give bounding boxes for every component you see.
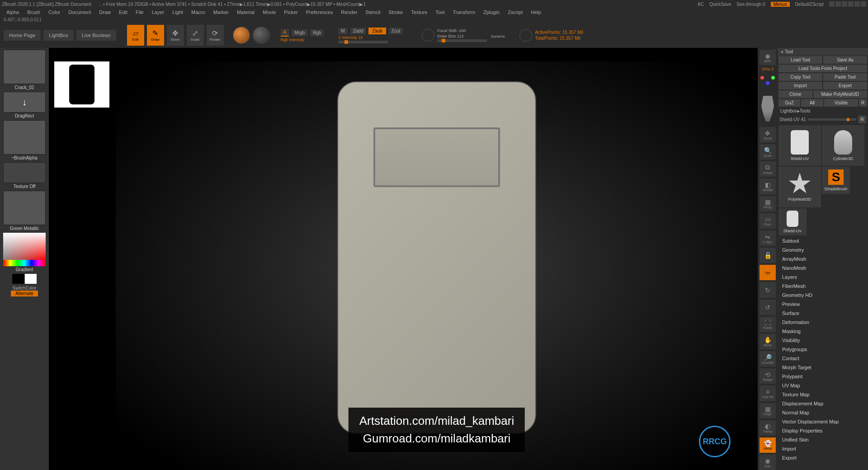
goz-all-button[interactable]: All xyxy=(801,99,823,107)
home-page-button[interactable]: Home Page xyxy=(4,30,41,41)
mrgb-toggle[interactable]: Mrgb xyxy=(292,29,307,36)
sec-vectordisp[interactable]: Vector Displacement Map xyxy=(778,417,868,426)
material-thumb[interactable]: Green Metallic xyxy=(3,191,46,231)
ghost-button[interactable]: 👻Ghost xyxy=(760,437,776,453)
menu-zscript[interactable]: Zscript xyxy=(508,9,523,15)
rgb-toggle[interactable]: Rgb xyxy=(310,29,324,36)
copy-tool-button[interactable]: Copy Tool xyxy=(778,73,822,81)
live-boolean-button[interactable]: Live Boolean xyxy=(76,30,116,41)
frame-button[interactable]: ⛶Frame xyxy=(760,317,776,332)
tool-cell-polymesh[interactable]: PolyMesh3D xyxy=(778,167,821,207)
defaultzscript-button[interactable]: DefaultZScript xyxy=(795,2,824,7)
secondary-color-swatch[interactable] xyxy=(25,274,37,284)
scroll-button[interactable]: ✥Scroll xyxy=(760,127,776,142)
sec-unifiedskin[interactable]: Unified Skin xyxy=(778,435,868,444)
sec-fibermesh[interactable]: FiberMesh xyxy=(778,282,868,291)
sec-import[interactable]: Import xyxy=(778,444,868,453)
sec-surface[interactable]: Surface xyxy=(778,309,868,318)
close-icon[interactable] xyxy=(861,1,866,7)
menu-color[interactable]: Color xyxy=(48,9,60,15)
sec-displacementmap[interactable]: Displacement Map xyxy=(778,399,868,408)
menu-movie[interactable]: Movie xyxy=(263,9,276,15)
tool-slider[interactable] xyxy=(808,118,856,121)
rotate-mode-button[interactable]: ⟳Rotate xyxy=(207,25,224,46)
menu-render[interactable]: Render xyxy=(341,9,357,15)
z-axis-button[interactable]: ↺ xyxy=(760,300,776,315)
export-button[interactable]: Export xyxy=(823,82,867,89)
lock-button[interactable]: 🔒 xyxy=(760,248,776,263)
canvas-alpha-preview[interactable] xyxy=(54,61,109,108)
paste-tool-button[interactable]: Paste Tool xyxy=(823,73,867,81)
edit-mode-button[interactable]: ▱Edit xyxy=(127,25,144,46)
menu-marker[interactable]: Marker xyxy=(213,9,229,15)
tool-cell-shield[interactable]: Shield-UV xyxy=(778,125,821,166)
menu-draw[interactable]: Draw xyxy=(99,9,111,15)
xyz-button[interactable]: Xyz xyxy=(760,265,776,280)
hue-bar[interactable] xyxy=(3,260,46,266)
sec-polygroups[interactable]: Polygroups xyxy=(778,345,868,354)
spix-label[interactable]: SPix 3 xyxy=(762,67,774,71)
menu-layer[interactable]: Layer xyxy=(152,9,165,15)
sec-nanomesh[interactable]: NanoMesh xyxy=(778,263,868,273)
aahalf-button[interactable]: ◧AAHalf xyxy=(760,179,776,194)
menu-document[interactable]: Document xyxy=(68,9,91,15)
menu-brush[interactable]: Brush xyxy=(27,9,40,15)
y-axis-button[interactable]: ↻ xyxy=(760,282,776,297)
maximize-icon[interactable] xyxy=(854,1,860,7)
main-color-swatch[interactable] xyxy=(12,274,24,284)
menus-button[interactable]: Menus xyxy=(771,2,790,7)
sec-uvmap[interactable]: UV Map xyxy=(778,381,868,390)
menu-edit[interactable]: Edit xyxy=(119,9,127,15)
sec-morphtarget[interactable]: Morph Target xyxy=(778,363,868,372)
sec-polypaint[interactable]: Polypaint xyxy=(778,372,868,381)
texture-thumb[interactable]: Texture Off xyxy=(3,162,46,189)
move3d-button[interactable]: ✋Move xyxy=(760,334,776,349)
menu-help[interactable]: Help xyxy=(531,9,541,15)
minimize-icon[interactable] xyxy=(848,1,854,7)
sec-normalmap[interactable]: Normal Map xyxy=(778,408,868,417)
move-mode-button[interactable]: ✥Move xyxy=(167,25,184,46)
z-intensity-slider[interactable] xyxy=(338,41,388,43)
layout2-icon[interactable] xyxy=(835,1,841,7)
sec-contact[interactable]: Contact xyxy=(778,354,868,363)
stroke-thumb[interactable]: DragRect xyxy=(3,92,46,118)
seethrough-slider[interactable]: See-through 0 xyxy=(736,2,765,7)
menu-tool[interactable]: Tool xyxy=(435,9,444,15)
sculptris-button[interactable] xyxy=(233,27,250,44)
switchcolor-label[interactable]: SwitchColor xyxy=(12,286,36,291)
sec-export[interactable]: Export xyxy=(778,453,868,462)
camera-head-icon[interactable] xyxy=(759,96,777,122)
alternate-button[interactable]: Alternate xyxy=(11,291,38,296)
lightbox-tools-label[interactable]: Lightbox▸Tools xyxy=(778,107,868,115)
sec-masking[interactable]: Masking xyxy=(778,327,868,336)
tool-cell-simplebrush[interactable]: SSimpleBrush xyxy=(822,167,850,194)
dynamesh-button[interactable] xyxy=(253,27,270,44)
focal-shift-icon[interactable] xyxy=(422,29,434,42)
draw-mode-button[interactable]: ✎Draw xyxy=(147,25,164,46)
persp-button[interactable]: ▦Persp xyxy=(760,196,776,212)
brush-depth-icon[interactable] xyxy=(519,29,532,42)
load-from-project-button[interactable]: Load Tools From Project xyxy=(778,65,867,72)
linefill-button[interactable]: ≡Line Fill xyxy=(760,385,776,401)
dynamic-label[interactable]: Dynamic xyxy=(491,34,505,38)
menu-stroke[interactable]: Stroke xyxy=(388,9,403,15)
sec-geometry[interactable]: Geometry xyxy=(778,245,868,254)
sec-deformation[interactable]: Deformation xyxy=(778,318,868,327)
sec-displayprops[interactable]: Display Properties xyxy=(778,426,868,435)
sec-layers[interactable]: Layers xyxy=(778,273,868,282)
sec-visibility[interactable]: Visibility xyxy=(778,336,868,345)
rotate3d-button[interactable]: ⟲Rotate xyxy=(760,368,776,384)
layout3-icon[interactable] xyxy=(842,1,847,7)
floor-button[interactable]: ▭Floor xyxy=(760,213,776,229)
lsym-button[interactable]: ⇋L.Sym xyxy=(760,230,776,246)
sec-preview[interactable]: Preview xyxy=(778,300,868,309)
polyf-button[interactable]: ▦PolyF xyxy=(760,403,776,418)
actual-button[interactable]: ⧉Actual xyxy=(760,161,776,177)
bpr-button[interactable]: ◉BPR xyxy=(760,50,776,65)
make-polymesh3d-button[interactable]: Make PolyMesh3D xyxy=(813,90,867,98)
menu-alpha[interactable]: Alpha xyxy=(6,9,19,15)
viewport[interactable]: Artstation.com/milad_kambari Gumroad.com… xyxy=(116,61,758,470)
zoom-button[interactable]: 🔍Zoom xyxy=(760,144,776,160)
axis-gizmo[interactable] xyxy=(759,75,777,92)
menu-transform[interactable]: Transform xyxy=(453,9,475,15)
